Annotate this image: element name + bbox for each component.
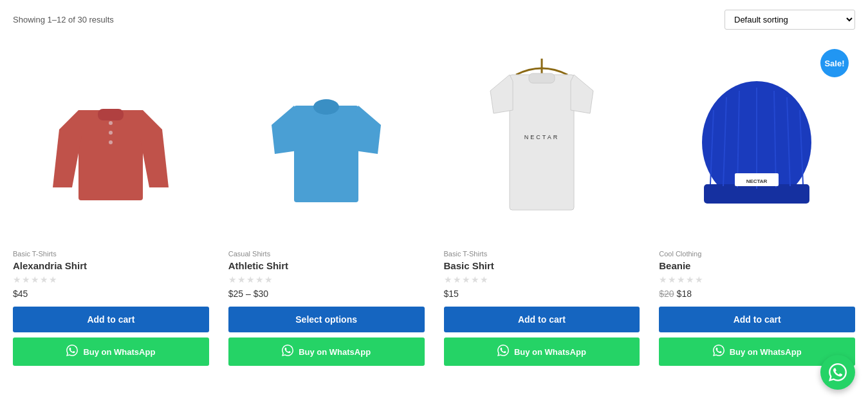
- products-grid: Basic T-Shirts Alexandria Shirt ★ ★ ★ ★ …: [13, 43, 855, 372]
- top-bar: Showing 1–12 of 30 results Default sorti…: [13, 10, 855, 30]
- star-5: ★: [695, 274, 703, 285]
- star-rating: ★ ★ ★ ★ ★: [13, 274, 209, 285]
- svg-point-4: [109, 121, 113, 125]
- svg-marker-2: [140, 110, 169, 187]
- sort-select[interactable]: Default sortingSort by popularitySort by…: [725, 10, 855, 30]
- whatsapp-icon: [282, 345, 293, 359]
- product-price: $45: [13, 289, 209, 299]
- svg-point-5: [109, 131, 113, 135]
- product-price: $15: [444, 289, 640, 299]
- svg-text:NECTAR: NECTAR: [746, 178, 768, 184]
- add-to-cart-button[interactable]: Select options: [228, 307, 425, 332]
- product-category: Cool Clothing: [659, 250, 855, 258]
- whatsapp-icon: [66, 345, 78, 359]
- whatsapp-label: Buy on WhatsApp: [730, 347, 802, 357]
- star-2: ★: [237, 274, 246, 285]
- sale-badge: Sale!: [820, 49, 849, 77]
- whatsapp-label: Buy on WhatsApp: [514, 347, 586, 357]
- star-1: ★: [444, 274, 452, 285]
- whatsapp-label: Buy on WhatsApp: [299, 347, 371, 357]
- results-text: Showing 1–12 of 30 results: [13, 15, 114, 24]
- price: $15: [444, 289, 459, 299]
- star-5: ★: [264, 274, 273, 285]
- product-card-1: Basic T-Shirts Alexandria Shirt ★ ★ ★ ★ …: [13, 43, 209, 372]
- star-1: ★: [228, 274, 237, 285]
- star-rating: ★ ★ ★ ★ ★: [659, 274, 855, 285]
- star-1: ★: [659, 274, 667, 285]
- product-name: Alexandria Shirt: [13, 260, 209, 271]
- star-3: ★: [677, 274, 685, 285]
- product-category: Casual Shirts: [228, 250, 425, 258]
- svg-text:NECTAR: NECTAR: [524, 134, 559, 140]
- star-2: ★: [22, 274, 30, 285]
- whatsapp-button[interactable]: Buy on WhatsApp: [444, 338, 640, 366]
- star-4: ★: [686, 274, 694, 285]
- star-3: ★: [31, 274, 39, 285]
- svg-rect-3: [98, 109, 124, 120]
- product-category: Basic T-Shirts: [13, 250, 209, 258]
- svg-point-6: [109, 140, 113, 144]
- star-2: ★: [668, 274, 676, 285]
- star-3: ★: [462, 274, 470, 285]
- whatsapp-label: Buy on WhatsApp: [83, 347, 155, 357]
- price-original: $20: [659, 289, 674, 299]
- star-3: ★: [246, 274, 255, 285]
- svg-marker-8: [272, 106, 297, 154]
- whatsapp-icon: [713, 345, 725, 359]
- product-image-wrapper: [228, 43, 425, 242]
- whatsapp-button[interactable]: Buy on WhatsApp: [228, 338, 425, 366]
- product-price: $25 – $30: [228, 289, 425, 299]
- star-5: ★: [49, 274, 57, 285]
- star-5: ★: [480, 274, 488, 285]
- svg-marker-9: [355, 106, 381, 154]
- product-card-3: NECTAR Basic T-Shirts Basic Shirt ★ ★ ★ …: [444, 43, 640, 372]
- add-to-cart-button[interactable]: Add to cart: [13, 307, 209, 332]
- product-image-wrapper: [13, 43, 209, 242]
- whatsapp-icon: [497, 345, 509, 359]
- star-4: ★: [255, 274, 264, 285]
- product-name: Beanie: [659, 260, 855, 271]
- product-name: Basic Shirt: [444, 260, 640, 271]
- product-image-wrapper: NECTAR Sale!: [659, 43, 855, 242]
- product-name: Athletic Shirt: [228, 260, 425, 271]
- page-wrapper: Showing 1–12 of 30 results Default sorti…: [0, 0, 868, 382]
- product-card-4: NECTAR Sale! Cool Clothing Beanie ★ ★ ★ …: [659, 43, 855, 372]
- add-to-cart-button[interactable]: Add to cart: [444, 307, 640, 332]
- price: $25 – $30: [228, 289, 268, 299]
- svg-rect-7: [294, 106, 358, 202]
- price: $45: [13, 289, 28, 299]
- price-sale: $18: [677, 289, 692, 299]
- add-to-cart-button[interactable]: Add to cart: [659, 307, 855, 332]
- star-1: ★: [13, 274, 21, 285]
- star-rating: ★ ★ ★ ★ ★: [444, 274, 640, 285]
- svg-marker-14: [571, 75, 593, 113]
- star-4: ★: [40, 274, 48, 285]
- star-4: ★: [471, 274, 479, 285]
- product-category: Basic T-Shirts: [444, 250, 640, 258]
- svg-point-10: [313, 99, 339, 115]
- svg-rect-15: [529, 73, 555, 83]
- star-rating: ★ ★ ★ ★ ★: [228, 274, 425, 285]
- svg-marker-13: [490, 75, 513, 113]
- product-image-wrapper: NECTAR: [444, 43, 640, 242]
- star-2: ★: [453, 274, 461, 285]
- product-price: $20$18: [659, 289, 855, 299]
- svg-marker-1: [53, 110, 82, 187]
- svg-rect-12: [510, 75, 574, 210]
- product-card-2: Casual Shirts Athletic Shirt ★ ★ ★ ★ ★ $…: [228, 43, 425, 372]
- whatsapp-button[interactable]: Buy on WhatsApp: [13, 338, 209, 366]
